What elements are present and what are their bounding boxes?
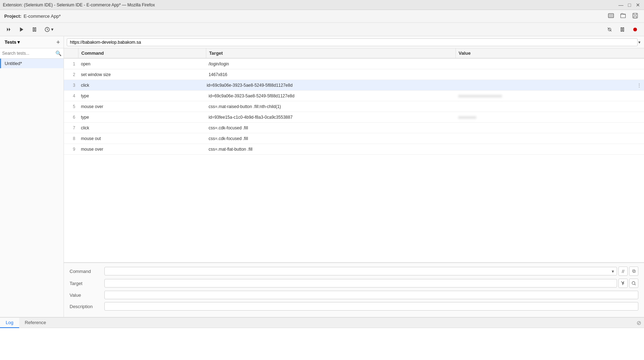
svg-rect-11 xyxy=(622,283,624,284)
row-target: css=.mat-flat-button .fill xyxy=(206,145,455,153)
url-input[interactable] xyxy=(67,38,638,46)
project-actions xyxy=(606,12,640,21)
row-num: 5 xyxy=(64,103,78,111)
row-value xyxy=(450,84,635,87)
bottom-tabs: Log Reference ⊘ xyxy=(0,318,644,328)
add-test-button[interactable]: + xyxy=(55,39,61,45)
bottom-content xyxy=(0,328,644,360)
row-target: css=.cdk-focused .fill xyxy=(206,124,455,132)
row-value xyxy=(455,137,644,140)
row-num: 8 xyxy=(64,135,78,143)
svg-line-13 xyxy=(634,284,635,285)
window-controls: — □ ✕ xyxy=(618,2,641,8)
command-select[interactable] xyxy=(104,267,617,275)
find-target-button[interactable] xyxy=(629,279,638,288)
svg-rect-4 xyxy=(35,27,36,31)
record-button[interactable] xyxy=(630,25,640,34)
command-table: Command Target Value 1 open /login/login… xyxy=(64,48,644,262)
command-editor: Command ▾ // ⧉ Target xyxy=(64,262,644,317)
command-select-wrapper: ▾ xyxy=(104,267,617,275)
pause-button[interactable] xyxy=(29,25,40,34)
window-title: Extension: (Selenium IDE) - Selenium IDE… xyxy=(3,2,155,7)
open-folder-button[interactable] xyxy=(618,12,628,21)
table-row[interactable]: 4 type id=69c9a06e-3923-5ae8-5249-5f88d1… xyxy=(64,91,644,101)
select-target-button[interactable] xyxy=(618,279,628,288)
svg-rect-1 xyxy=(633,13,638,18)
table-header: Command Target Value xyxy=(64,48,644,59)
maximize-button[interactable]: □ xyxy=(626,2,633,8)
tab-reference[interactable]: Reference xyxy=(19,318,52,328)
tab-log[interactable]: Log xyxy=(0,318,19,328)
sidebar: Tests ▾ + 🔍 Untitled* xyxy=(0,36,64,317)
row-value: ●●●●●●●●●●●●●●●●● xyxy=(455,92,644,100)
col-header-target: Target xyxy=(206,48,455,58)
run-test-button[interactable] xyxy=(16,25,27,34)
row-value xyxy=(455,127,644,129)
row-value: ●●●●●●● xyxy=(455,113,644,121)
table-row[interactable]: 1 open /login/login xyxy=(64,59,644,69)
table-row[interactable]: 6 type id=93fee15a-c1c0-4b9d-f8a3-0ca9c3… xyxy=(64,112,644,123)
target-input[interactable] xyxy=(104,279,617,288)
table-row[interactable]: 7 click css=.cdk-focused .fill xyxy=(64,123,644,133)
pause-test-button[interactable] xyxy=(617,25,628,34)
row-num: 3 xyxy=(64,81,78,89)
value-input[interactable] xyxy=(104,291,638,299)
search-input[interactable] xyxy=(2,51,55,56)
table-row[interactable]: 9 mouse over css=.mat-flat-button .fill xyxy=(64,144,644,155)
dropdown-arrow-icon: ▾ xyxy=(17,39,20,45)
save-project-button[interactable] xyxy=(631,12,640,21)
value-field-label: Value xyxy=(70,292,102,298)
clear-log-button[interactable]: ⊘ xyxy=(634,318,644,328)
url-bar: ▾ xyxy=(64,36,644,48)
row-target: css=.cdk-focused .fill xyxy=(206,135,455,143)
minimize-button[interactable]: — xyxy=(618,2,624,8)
row-num: 9 xyxy=(64,145,78,153)
run-all-button[interactable] xyxy=(4,25,14,34)
row-target: 1467x816 xyxy=(206,71,455,79)
row-actions[interactable]: ⋮ xyxy=(635,82,644,88)
col-header-value: Value xyxy=(455,48,644,58)
table-row[interactable]: 2 set window size 1467x816 xyxy=(64,69,644,80)
svg-rect-3 xyxy=(33,27,34,31)
svg-rect-9 xyxy=(623,27,624,31)
value-field: Value xyxy=(70,291,638,299)
editor-area: ▾ Command Target Value 1 open /login/log… xyxy=(64,36,644,317)
row-command: click xyxy=(78,124,206,132)
command-field-label: Command xyxy=(70,269,102,274)
copy-button[interactable]: ⧉ xyxy=(629,267,638,276)
url-dropdown-button[interactable]: ▾ xyxy=(638,39,641,45)
project-label: Project: xyxy=(4,14,21,19)
project-name: E-commerce App* xyxy=(23,14,61,19)
test-list-item[interactable]: Untitled* xyxy=(0,59,64,68)
row-command: mouse out xyxy=(78,135,206,143)
main-content: Tests ▾ + 🔍 Untitled* ▾ Comm xyxy=(0,36,644,317)
table-row[interactable]: 5 mouse over css=.mat-raised-button .fil… xyxy=(64,101,644,112)
search-container: 🔍 xyxy=(0,48,64,59)
close-button[interactable]: ✕ xyxy=(635,2,641,8)
row-value xyxy=(455,105,644,108)
row-command: type xyxy=(78,113,206,121)
description-input[interactable] xyxy=(104,302,638,311)
svg-point-10 xyxy=(633,27,637,31)
row-num: 7 xyxy=(64,124,78,132)
command-input-group: ▾ // ⧉ xyxy=(104,267,638,276)
row-num: 1 xyxy=(64,60,78,68)
table-body: 1 open /login/login 2 set window size 14… xyxy=(64,59,644,155)
disable-button[interactable] xyxy=(604,25,615,34)
sidebar-header: Tests ▾ + xyxy=(0,36,64,48)
table-row[interactable]: 8 mouse out css=.cdk-focused .fill xyxy=(64,133,644,144)
tests-dropdown[interactable]: Tests ▾ xyxy=(3,38,22,46)
row-target: id=93fee15a-c1c0-4b9d-f8a3-0ca9c3553887 xyxy=(206,113,455,121)
search-icon: 🔍 xyxy=(55,50,61,56)
toolbar-left: ▾ xyxy=(4,25,56,34)
target-input-group xyxy=(104,279,638,288)
row-target: /login/login xyxy=(206,60,455,68)
comment-button[interactable]: // xyxy=(618,267,628,276)
open-project-button[interactable] xyxy=(606,12,616,21)
speed-button[interactable]: ▾ xyxy=(42,25,56,34)
bottom-panel: Log Reference ⊘ xyxy=(0,317,644,360)
row-value xyxy=(455,63,644,65)
toolbar: ▾ xyxy=(0,23,644,36)
col-header-command: Command xyxy=(78,48,206,58)
table-row[interactable]: 3 click id=69c9a06e-3923-5ae8-5249-5f88d… xyxy=(64,80,644,91)
